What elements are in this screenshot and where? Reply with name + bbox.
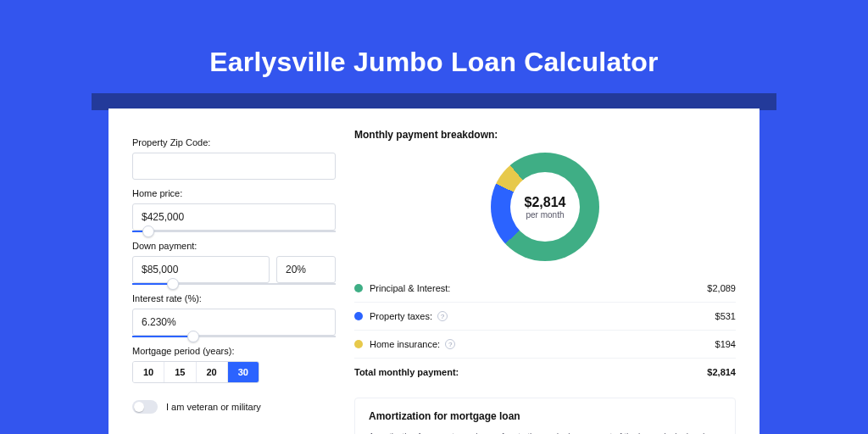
legend-dot-icon xyxy=(354,312,363,320)
veteran-label: I am veteran or military xyxy=(166,402,261,412)
period-option-10[interactable]: 10 xyxy=(133,362,164,382)
legend-row: Property taxes:?$531 xyxy=(354,302,736,330)
mortgage-period-label: Mortgage period (years): xyxy=(132,346,336,356)
donut-amount: $2,814 xyxy=(525,195,566,210)
legend-dot-icon xyxy=(354,340,363,348)
help-icon[interactable]: ? xyxy=(445,339,455,349)
down-payment-input[interactable] xyxy=(132,256,270,283)
legend-total-label: Total monthly payment: xyxy=(354,367,459,377)
amortization-text: Amortization for a mortgage loan refers … xyxy=(369,431,721,434)
help-icon[interactable]: ? xyxy=(437,311,448,321)
amortization-panel: Amortization for mortgage loan Amortizat… xyxy=(354,398,736,434)
payment-donut-chart: $2,814 per month xyxy=(491,153,599,261)
interest-rate-label: Interest rate (%): xyxy=(132,293,336,303)
period-option-20[interactable]: 20 xyxy=(197,362,228,382)
calculator-card: Property Zip Code: Home price: Down paym… xyxy=(108,108,760,434)
home-price-slider[interactable] xyxy=(132,231,336,232)
legend-value: $2,089 xyxy=(707,283,736,293)
legend-label: Property taxes: xyxy=(370,311,432,321)
donut-center: $2,814 per month xyxy=(510,172,580,242)
breakdown-column: Monthly payment breakdown: $2,814 per mo… xyxy=(354,129,736,434)
down-payment-label: Down payment: xyxy=(132,241,336,251)
legend-row: Principal & Interest:$2,089 xyxy=(354,275,736,302)
page-title: Earlysville Jumbo Loan Calculator xyxy=(0,47,868,78)
slider-thumb[interactable] xyxy=(142,225,154,237)
legend-row: Home insurance:?$194 xyxy=(354,330,736,358)
breakdown-title: Monthly payment breakdown: xyxy=(354,129,736,141)
zip-input[interactable] xyxy=(132,153,336,180)
home-price-input[interactable] xyxy=(132,203,336,231)
down-payment-slider[interactable] xyxy=(132,283,336,285)
legend-value: $194 xyxy=(715,339,736,349)
donut-frequency: per month xyxy=(526,210,564,220)
slider-thumb[interactable] xyxy=(167,278,179,290)
legend-dot-icon xyxy=(354,284,363,292)
inputs-column: Property Zip Code: Home price: Down paym… xyxy=(132,129,336,414)
period-option-15[interactable]: 15 xyxy=(164,362,196,382)
legend-total-value: $2,814 xyxy=(707,367,736,377)
interest-rate-input[interactable] xyxy=(132,309,336,336)
breakdown-legend: Principal & Interest:$2,089Property taxe… xyxy=(354,275,736,386)
amortization-title: Amortization for mortgage loan xyxy=(369,410,721,422)
header-backdrop xyxy=(92,93,776,110)
mortgage-period-segmented: 10152030 xyxy=(132,361,259,383)
down-payment-pct-input[interactable] xyxy=(276,256,336,283)
interest-rate-slider[interactable] xyxy=(132,336,336,337)
legend-total-row: Total monthly payment:$2,814 xyxy=(354,358,736,386)
slider-thumb[interactable] xyxy=(187,331,199,342)
zip-label: Property Zip Code: xyxy=(132,137,336,147)
legend-value: $531 xyxy=(715,311,736,321)
period-option-30[interactable]: 30 xyxy=(228,362,259,382)
legend-label: Principal & Interest: xyxy=(370,283,450,293)
legend-label: Home insurance: xyxy=(370,339,440,349)
home-price-label: Home price: xyxy=(132,188,336,198)
veteran-toggle[interactable] xyxy=(132,400,158,414)
